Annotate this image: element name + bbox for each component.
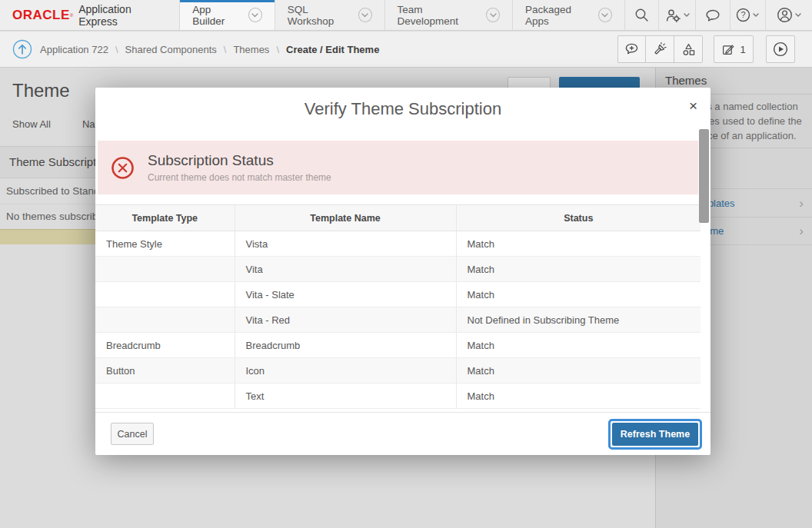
table-row: Theme Style Vista Match bbox=[95, 231, 701, 257]
tab-show-all[interactable]: Show All bbox=[12, 118, 51, 130]
account-menu-button[interactable] bbox=[765, 0, 812, 30]
run-application-button[interactable] bbox=[766, 35, 795, 63]
alert-title: Subscription Status bbox=[148, 152, 331, 169]
brand: ORACLE ® Application Express bbox=[0, 0, 179, 30]
tab-team-development[interactable]: Team Development bbox=[384, 0, 512, 30]
dialog-body: Subscription Status Current theme does n… bbox=[95, 129, 710, 412]
speech-bubble-plus-icon bbox=[624, 42, 639, 56]
chevron-down-icon bbox=[358, 8, 372, 22]
dialog-header: Verify Theme Subscription × bbox=[95, 88, 710, 129]
modal-scrollbar-thumb[interactable] bbox=[699, 129, 709, 223]
report-filter-tabs: Show All Name bbox=[12, 118, 109, 130]
subscription-status-alert: Subscription Status Current theme does n… bbox=[98, 141, 698, 194]
table-row: Breadcrumb Breadcrumb Match bbox=[95, 333, 701, 358]
column-status: Status bbox=[456, 205, 701, 231]
developer-toolbar: 1 bbox=[617, 35, 795, 63]
breadcrumb-application[interactable]: Application 722 bbox=[40, 44, 108, 55]
edit-page-number: 1 bbox=[740, 44, 745, 55]
table-row: Text Match bbox=[95, 384, 701, 409]
tab-packaged-apps[interactable]: Packaged Apps bbox=[512, 0, 624, 30]
column-template-name: Template Name bbox=[235, 205, 456, 231]
add-comment-button[interactable] bbox=[617, 35, 646, 63]
svg-text:?: ? bbox=[741, 10, 746, 19]
pencil-square-icon bbox=[721, 42, 735, 56]
refresh-theme-button[interactable]: Refresh Theme bbox=[612, 423, 698, 446]
cancel-button[interactable]: Cancel bbox=[111, 423, 154, 445]
feedback-button[interactable] bbox=[695, 0, 729, 30]
arrow-up-circle-icon bbox=[12, 39, 32, 59]
alert-message: Current theme does not match master them… bbox=[148, 172, 331, 183]
table-header-row: Template Type Template Name Status bbox=[95, 205, 701, 231]
chevron-down-icon bbox=[795, 13, 801, 17]
verify-theme-subscription-dialog: Verify Theme Subscription × Subscription… bbox=[95, 88, 710, 455]
breadcrumb-bar: Application 722 \ Shared Components \ Th… bbox=[0, 32, 812, 68]
table-row: Vita - Red Not Defined in Subscribing Th… bbox=[95, 307, 701, 333]
breadcrumb-current-page: Create / Edit Theme bbox=[286, 44, 379, 55]
search-icon bbox=[634, 8, 649, 22]
play-circle-icon bbox=[773, 42, 788, 57]
refresh-theme-focus-ring: Refresh Theme bbox=[608, 419, 702, 450]
breadcrumb-shared-components[interactable]: Shared Components bbox=[125, 44, 217, 55]
chevron-down-icon bbox=[684, 13, 690, 17]
speech-bubble-icon bbox=[705, 8, 720, 22]
chevron-down-icon bbox=[598, 8, 612, 22]
search-button[interactable] bbox=[624, 0, 658, 30]
top-navigation-bar: ORACLE ® Application Express App Builder… bbox=[0, 0, 812, 31]
registered-mark: ® bbox=[70, 12, 73, 19]
shared-components-button[interactable] bbox=[674, 35, 703, 63]
help-icon: ? bbox=[736, 8, 750, 22]
admin-user-gear-icon bbox=[665, 8, 681, 22]
dialog-footer: Cancel Refresh Theme bbox=[95, 412, 710, 455]
chevron-right-icon: › bbox=[799, 197, 804, 210]
shapes-icon bbox=[681, 42, 696, 56]
tab-app-builder[interactable]: App Builder bbox=[179, 0, 274, 30]
breadcrumb-themes[interactable]: Themes bbox=[233, 44, 269, 55]
column-template-type: Template Type bbox=[95, 205, 235, 231]
user-avatar-icon bbox=[777, 7, 793, 23]
flashlight-icon bbox=[653, 42, 667, 56]
navigate-up-button[interactable] bbox=[12, 39, 32, 59]
error-x-circle-icon bbox=[111, 156, 135, 180]
chevron-down-icon bbox=[486, 8, 500, 22]
help-menu-button[interactable]: ? bbox=[730, 0, 765, 30]
dialog-title: Verify Theme Subscription bbox=[95, 88, 710, 131]
tab-sql-workshop[interactable]: SQL Workshop bbox=[275, 0, 384, 30]
utilities-button[interactable] bbox=[646, 35, 674, 63]
breadcrumb: Application 722 \ Shared Components \ Th… bbox=[40, 44, 379, 55]
product-name: Application Express bbox=[78, 3, 161, 28]
apex-application-window: ORACLE ® Application Express App Builder… bbox=[0, 0, 812, 528]
chevron-down-icon bbox=[753, 13, 759, 17]
table-row: Button Icon Match bbox=[95, 358, 701, 384]
edit-page-button[interactable]: 1 bbox=[714, 35, 754, 63]
administration-menu-button[interactable] bbox=[658, 0, 695, 30]
oracle-logo: ORACLE bbox=[12, 8, 70, 23]
table-row: Vita Match bbox=[95, 257, 701, 282]
chevron-down-icon bbox=[248, 8, 262, 22]
chevron-right-icon: › bbox=[799, 224, 804, 237]
sidebar-title: Themes bbox=[665, 74, 707, 87]
table-row: Vita - Slate Match bbox=[95, 282, 701, 307]
template-verification-table: Template Type Template Name Status Theme… bbox=[95, 204, 701, 409]
page-title: Theme bbox=[12, 80, 70, 101]
close-icon[interactable]: × bbox=[689, 98, 697, 113]
